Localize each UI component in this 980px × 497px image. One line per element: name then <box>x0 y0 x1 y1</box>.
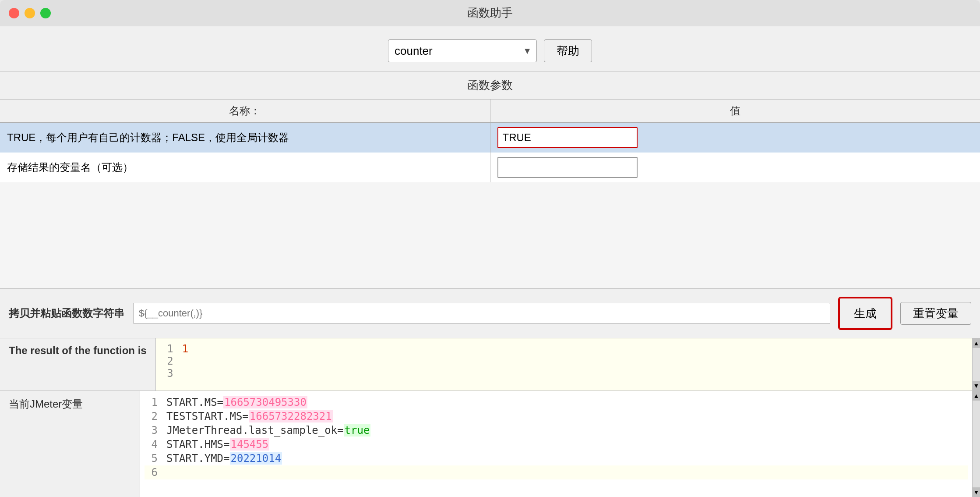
line-number-2: 2 <box>160 355 173 367</box>
maximize-button[interactable] <box>40 8 51 18</box>
copy-input[interactable] <box>133 303 830 324</box>
var-line-3: 3 JMeterThread.last_sample_ok = true <box>145 423 968 437</box>
col-name-header: 名称： <box>0 99 490 123</box>
line-number-1: 1 <box>160 343 173 355</box>
var-line-number-6: 6 <box>145 466 158 479</box>
result-lines: 1 1 2 3 <box>156 338 972 390</box>
var-value-5: 20221014 <box>230 452 282 465</box>
var-value-1: 1665730495330 <box>223 396 307 408</box>
empty-area <box>0 182 980 288</box>
reset-button[interactable]: 重置变量 <box>900 302 971 325</box>
var-eq-5: = <box>223 452 229 465</box>
var-scroll-up-arrow[interactable]: ▲ <box>973 391 980 401</box>
var-line-number-4: 4 <box>145 438 158 451</box>
var-line-content-5: START.YMD = 20221014 <box>166 452 282 465</box>
scroll-thumb[interactable] <box>973 348 980 381</box>
main-window: 函数助手 counter ▼ 帮助 函数参数 名称： 值 <box>0 0 980 497</box>
var-scroll-down-arrow[interactable]: ▼ <box>973 487 980 497</box>
variables-label: 当前JMeter变量 <box>0 391 140 497</box>
table-row: TRUE，每个用户有自己的计数器；FALSE，使用全局计数器 <box>0 123 980 153</box>
help-button[interactable]: 帮助 <box>544 39 592 62</box>
toolbar: counter ▼ 帮助 <box>0 35 980 71</box>
var-key-4: START.HMS <box>166 438 223 451</box>
var-eq-2: = <box>242 410 248 422</box>
var-key-2: TESTSTART.MS <box>166 410 242 422</box>
result-scrollbar[interactable]: ▲ ▼ <box>972 338 980 390</box>
var-line-4: 4 START.HMS = 145455 <box>145 437 968 451</box>
window-controls <box>9 8 51 18</box>
scroll-up-arrow[interactable]: ▲ <box>973 338 980 348</box>
var-line-content-3: JMeterThread.last_sample_ok = true <box>166 424 370 437</box>
params-section: 函数参数 名称： 值 TRUE，每个用户有自己的计数器；FALSE，使用全局计数… <box>0 71 980 182</box>
var-line-number-2: 2 <box>145 410 158 422</box>
copy-label: 拷贝并粘贴函数数字符串 <box>9 306 124 320</box>
var-line-6: 6 <box>145 465 968 479</box>
scroll-down-arrow[interactable]: ▼ <box>973 381 980 390</box>
var-key-3: JMeterThread.last_sample_ok <box>166 424 337 437</box>
var-value-3: true <box>344 424 371 437</box>
param-value-cell-0 <box>490 123 980 153</box>
table-row: 存储结果的变量名（可选） <box>0 153 980 182</box>
variables-content: 1 START.MS = 1665730495330 2 TESTSTART.M… <box>140 391 980 497</box>
param-value-input-0[interactable] <box>497 127 638 148</box>
params-header: 函数参数 <box>0 71 980 99</box>
title-bar: 函数助手 <box>0 0 980 26</box>
param-value-cell-1 <box>490 153 980 182</box>
result-label: The result of the function is <box>0 338 156 390</box>
generator-section: 拷贝并粘贴函数数字符串 生成 重置变量 <box>0 288 980 338</box>
content-area: counter ▼ 帮助 函数参数 名称： 值 TRUE，每个用户有自己的计数器… <box>0 26 980 497</box>
param-value-input-1[interactable] <box>497 157 638 178</box>
function-select[interactable]: counter <box>388 39 537 62</box>
result-line-1: 1 1 <box>160 343 968 355</box>
var-eq-3: = <box>337 424 343 437</box>
line-number-3: 3 <box>160 367 173 380</box>
var-key-5: START.YMD <box>166 452 223 465</box>
var-scroll-thumb[interactable] <box>973 401 980 487</box>
result-section: The result of the function is 1 1 2 3 <box>0 338 980 390</box>
var-line-5: 5 START.YMD = 20221014 <box>145 451 968 465</box>
line-value-1: 1 <box>182 343 188 355</box>
result-line-3: 3 <box>160 367 968 380</box>
var-eq-4: = <box>223 438 229 451</box>
variables-section: 当前JMeter变量 1 START.MS = 1665730495330 <box>0 390 980 497</box>
param-name-0: TRUE，每个用户有自己的计数器；FALSE，使用全局计数器 <box>0 123 490 153</box>
var-value-2: 1665732282321 <box>249 410 333 422</box>
var-line-content-4: START.HMS = 145455 <box>166 438 269 451</box>
function-select-wrapper: counter ▼ <box>388 39 537 62</box>
minimize-button[interactable] <box>25 8 35 18</box>
var-line-2: 2 TESTSTART.MS = 1665732282321 <box>145 409 968 423</box>
params-table: 名称： 值 TRUE，每个用户有自己的计数器；FALSE，使用全局计数器 存储结… <box>0 99 980 182</box>
result-line-2: 2 <box>160 355 968 367</box>
var-key-1: START.MS <box>166 396 217 408</box>
var-value-4: 145455 <box>230 438 270 451</box>
param-name-1: 存储结果的变量名（可选） <box>0 153 490 182</box>
variables-lines: 1 START.MS = 1665730495330 2 TESTSTART.M… <box>140 391 972 497</box>
var-line-content-2: TESTSTART.MS = 1665732282321 <box>166 410 333 422</box>
var-line-1: 1 START.MS = 1665730495330 <box>145 395 968 409</box>
variables-scrollbar[interactable]: ▲ ▼ <box>972 391 980 497</box>
var-line-number-5: 5 <box>145 452 158 465</box>
window-title: 函数助手 <box>467 5 513 21</box>
var-line-number-3: 3 <box>145 424 158 437</box>
result-content: 1 1 2 3 ▲ ▼ <box>156 338 980 390</box>
var-line-content-1: START.MS = 1665730495330 <box>166 396 307 408</box>
var-eq-1: = <box>217 396 223 408</box>
var-line-number-1: 1 <box>145 396 158 408</box>
generate-button[interactable]: 生成 <box>839 298 892 329</box>
close-button[interactable] <box>9 8 19 18</box>
col-value-header: 值 <box>490 99 980 123</box>
